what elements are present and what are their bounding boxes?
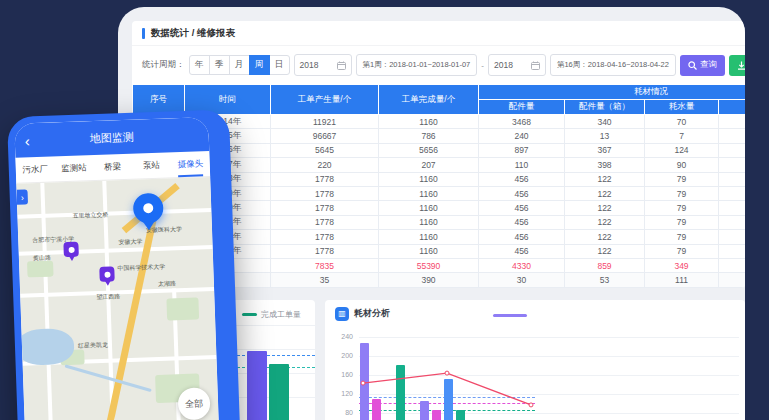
- download-icon: [737, 61, 745, 70]
- camera-pin[interactable]: [63, 242, 79, 258]
- gridline: [359, 356, 739, 357]
- map-all-button[interactable]: 全部: [178, 387, 211, 420]
- bar: [360, 343, 369, 420]
- start-week-input[interactable]: 第1周：2018-01-01~2018-01-07: [356, 54, 478, 76]
- table-cell: 456: [479, 172, 565, 186]
- phone-mockup: ‹ 地图监测 污水厂监测站桥梁泵站摄像头: [7, 109, 250, 420]
- table-cell: 55390: [379, 258, 479, 272]
- table-cell: 1778: [271, 172, 379, 186]
- search-button[interactable]: 查询: [680, 55, 725, 76]
- table-cell: 690: [719, 129, 746, 143]
- consumables-chart-panel: ▥ 耗材分析 4080120160200240: [325, 300, 745, 420]
- period-option[interactable]: 年: [189, 55, 210, 75]
- bar: [396, 365, 405, 420]
- table-cell: 79: [645, 215, 719, 229]
- table-cell: 456: [479, 230, 565, 244]
- table-cell: 79: [645, 172, 719, 186]
- range-separator: -: [481, 61, 484, 70]
- sub-column-header: 耗水量: [645, 100, 719, 115]
- map-park: [166, 297, 199, 320]
- table-cell: 122: [565, 230, 645, 244]
- back-chevron-icon[interactable]: ‹: [25, 133, 31, 148]
- column-header: 工单完成量/个: [379, 85, 479, 115]
- table-cell: 1778: [271, 201, 379, 215]
- gridline: [359, 375, 739, 376]
- table-cell: 250: [719, 115, 746, 129]
- export-excel-button[interactable]: 导出Excel: [729, 55, 745, 76]
- map-place-label: 中国科学技术大学: [117, 263, 165, 274]
- table-cell: 122: [565, 215, 645, 229]
- end-year-value: 2018: [494, 60, 513, 70]
- table-cell: 1160: [379, 230, 479, 244]
- bar: [247, 351, 267, 420]
- start-year-select[interactable]: 2018: [294, 54, 352, 76]
- period-label: 统计周期：: [142, 59, 185, 71]
- phone-tab[interactable]: 污水厂: [15, 156, 55, 182]
- table-cell: 11921: [271, 115, 379, 129]
- table-cell: 456: [479, 201, 565, 215]
- table-cell: 456: [479, 186, 565, 200]
- phone-tab[interactable]: 监测站: [54, 155, 94, 181]
- table-cell: 897: [479, 143, 565, 157]
- end-year-select[interactable]: 2018: [488, 54, 546, 76]
- table-cell: 240: [479, 129, 565, 143]
- phone-tab[interactable]: 摄像头: [170, 151, 210, 177]
- table-cell: 5645: [271, 143, 379, 157]
- phone-page-title: 地图监测: [89, 129, 133, 146]
- table-cell: 122: [565, 201, 645, 215]
- bar: [420, 401, 429, 420]
- table-cell: 1160: [379, 244, 479, 258]
- page: 数据统计 / 维修报表 统计周期： 年季月周日 2018 第1周：2018-01…: [0, 0, 769, 420]
- map-view[interactable]: › 全部 五里墩立交桥合肥市宁溪小学安徽大学安徽医科大学黄山路中国科学技术大学太…: [16, 177, 228, 420]
- y-axis-tick-label: 80: [327, 409, 353, 416]
- map-expand-button[interactable]: ›: [17, 189, 29, 204]
- selected-camera-pin[interactable]: [133, 193, 164, 224]
- table-cell: 110: [479, 158, 565, 172]
- table-cell: 398: [565, 158, 645, 172]
- table-cell: 90: [645, 158, 719, 172]
- period-option[interactable]: 日: [269, 55, 290, 75]
- table-cell: 1778: [271, 215, 379, 229]
- y-axis-tick-label: 200: [327, 352, 353, 359]
- consumables-combo-chart: 4080120160200240: [325, 300, 745, 420]
- period-option[interactable]: 周: [249, 55, 270, 75]
- breadcrumb-text: 数据统计 / 维修报表: [151, 27, 235, 40]
- start-year-value: 2018: [300, 60, 319, 70]
- phone-tab[interactable]: 泵站: [132, 152, 172, 178]
- period-segmented-control: 年季月周日: [189, 55, 290, 75]
- y-axis-tick-label: 240: [327, 333, 353, 340]
- bar: [372, 399, 381, 420]
- phone-tab[interactable]: 桥梁: [93, 154, 133, 180]
- column-header: 耗材情况: [479, 85, 746, 100]
- table-cell: 1778: [271, 230, 379, 244]
- table-cell: 1160: [379, 215, 479, 229]
- map-place-label: 望江西路: [96, 292, 120, 302]
- calendar-icon: [531, 61, 540, 70]
- table-cell: 124: [645, 143, 719, 157]
- map-road: [40, 183, 62, 420]
- period-option[interactable]: 月: [229, 55, 250, 75]
- table-cell: 4330: [479, 258, 565, 272]
- table-cell: 53: [565, 273, 645, 287]
- search-icon: [688, 61, 697, 70]
- table-cell: 96667: [271, 129, 379, 143]
- period-option[interactable]: 季: [209, 55, 230, 75]
- table-cell: 1160: [379, 186, 479, 200]
- breadcrumb: 数据统计 / 维修报表: [132, 21, 745, 46]
- table-cell: 122: [565, 186, 645, 200]
- table-cell: 111: [645, 273, 719, 287]
- table-cell: 390: [379, 273, 479, 287]
- table-cell: 5656: [379, 143, 479, 157]
- table-cell: 67: [719, 201, 746, 215]
- sub-column-header: 配件量: [479, 100, 565, 115]
- end-week-input[interactable]: 第16周：2018-04-16~2018-04-22: [550, 54, 676, 76]
- camera-pin[interactable]: [99, 266, 115, 282]
- table-cell: 1160: [379, 172, 479, 186]
- bar: [456, 410, 465, 420]
- table-cell: 67: [719, 172, 746, 186]
- table-cell: 30: [479, 273, 565, 287]
- table-cell: 67: [719, 186, 746, 200]
- table-cell: 79: [645, 186, 719, 200]
- gridline: [359, 394, 739, 395]
- table-cell: 1778: [271, 244, 379, 258]
